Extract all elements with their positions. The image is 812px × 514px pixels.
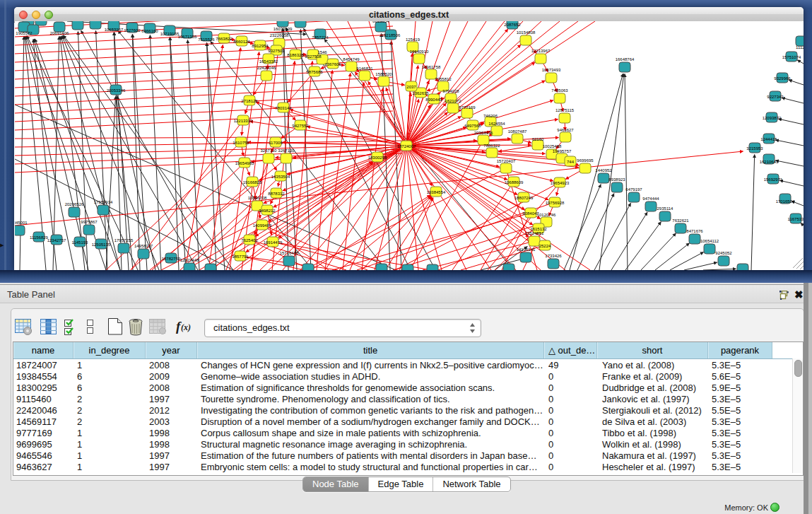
- svg-text:10025488: 10025488: [543, 144, 562, 148]
- svg-text:3267130: 3267130: [278, 148, 295, 153]
- svg-text:117006: 117006: [269, 141, 283, 145]
- svg-text:16914479: 16914479: [264, 240, 283, 245]
- svg-text:7663822: 7663822: [216, 37, 233, 41]
- svg-text:11122: 11122: [796, 45, 804, 49]
- svg-text:9777169: 9777169: [459, 105, 476, 110]
- svg-text:1845001: 1845001: [15, 221, 28, 225]
- svg-text:1615132: 1615132: [530, 227, 547, 231]
- svg-text:19495757: 19495757: [553, 149, 572, 153]
- svg-text:16648764: 16648764: [616, 57, 635, 62]
- svg-text:7803144: 7803144: [275, 106, 292, 110]
- svg-text:18807249: 18807249: [514, 196, 534, 200]
- svg-text:7857224: 7857224: [312, 35, 329, 40]
- svg-text:18300295: 18300295: [368, 156, 387, 160]
- svg-text:23226058: 23226058: [270, 33, 289, 37]
- svg-text:12505135: 12505135: [92, 243, 111, 247]
- svg-text:1621072: 1621072: [445, 99, 461, 103]
- svg-text:1624554: 1624554: [488, 122, 505, 126]
- svg-text:125419: 125419: [406, 37, 420, 42]
- svg-text:17957255: 17957255: [114, 238, 134, 243]
- svg-text:8938923: 8938923: [608, 177, 625, 182]
- svg-text:19654923: 19654923: [551, 181, 570, 185]
- svg-text:15716485: 15716485: [280, 251, 299, 255]
- svg-text:6466160: 6466160: [141, 29, 158, 33]
- svg-text:1244415: 1244415: [760, 137, 777, 141]
- svg-text:20691406: 20691406: [50, 31, 69, 35]
- svg-text:16640910: 16640910: [410, 49, 429, 54]
- svg-text:9084047: 9084047: [522, 211, 539, 216]
- svg-text:1588520: 1588520: [375, 72, 392, 76]
- svg-text:12923448: 12923448: [180, 258, 199, 262]
- svg-text:22420046: 22420046: [257, 66, 276, 70]
- svg-text:17016504: 17016504: [776, 199, 795, 204]
- svg-text:7625402: 7625402: [241, 238, 258, 243]
- svg-text:1733426: 1733426: [545, 254, 562, 258]
- svg-text:17359934: 17359934: [94, 200, 113, 204]
- svg-text:1546: 1546: [317, 50, 327, 54]
- svg-text:8186328: 8186328: [287, 53, 304, 57]
- svg-text:1167533: 1167533: [788, 217, 804, 221]
- svg-text:8878312: 8878312: [268, 192, 285, 196]
- svg-text:7485063: 7485063: [551, 88, 568, 93]
- svg-text:3215953: 3215953: [746, 146, 763, 151]
- svg-text:19654985: 19654985: [235, 161, 254, 165]
- svg-text:1527602: 1527602: [124, 28, 141, 33]
- svg-text:10961758: 10961758: [422, 65, 441, 69]
- svg-text:19218506: 19218506: [382, 33, 401, 37]
- svg-text:9699695: 9699695: [577, 158, 594, 163]
- svg-text:10154808: 10154808: [517, 30, 536, 35]
- svg-text:1145193: 1145193: [72, 240, 89, 245]
- svg-text:12975115: 12975115: [555, 108, 575, 112]
- svg-text:62160: 62160: [532, 137, 544, 141]
- svg-text:10973493: 10973493: [542, 68, 561, 72]
- svg-text:10653267: 10653267: [105, 28, 124, 32]
- svg-text:13524851: 13524851: [525, 231, 544, 235]
- svg-text:1440952: 1440952: [595, 168, 612, 173]
- svg-text:14099489: 14099489: [253, 223, 272, 228]
- svg-text:2718126: 2718126: [241, 99, 258, 103]
- svg-text:10654112: 10654112: [700, 239, 719, 243]
- svg-text:9975867: 9975867: [81, 220, 98, 224]
- svg-text:10120746: 10120746: [537, 213, 556, 217]
- svg-text:9474444: 9474444: [642, 197, 659, 201]
- svg-text:(x): (x): [181, 322, 191, 332]
- svg-text:2935114: 2935114: [657, 206, 674, 211]
- svg-text:2367606: 2367606: [324, 62, 341, 66]
- svg-text:19384554: 19384554: [427, 190, 446, 194]
- svg-text:25224: 25224: [539, 244, 551, 248]
- svg-text:9329966: 9329966: [774, 76, 791, 81]
- svg-text:9146821: 9146821: [356, 66, 373, 71]
- svg-text:11156829: 11156829: [30, 235, 48, 240]
- svg-text:10688609: 10688609: [505, 180, 524, 185]
- svg-text:10046708: 10046708: [248, 196, 267, 200]
- svg-text:9857791: 9857791: [232, 255, 249, 259]
- svg-text:7632621: 7632621: [672, 218, 689, 223]
- svg-text:19166825: 19166825: [243, 180, 262, 185]
- svg-text:9427552: 9427552: [292, 124, 309, 128]
- svg-text:18724007: 18724007: [397, 144, 416, 148]
- svg-text:10671355: 10671355: [178, 35, 197, 39]
- svg-text:3267110: 3267110: [261, 148, 278, 153]
- svg-text:5875685: 5875685: [306, 70, 323, 74]
- svg-text:9327508: 9327508: [305, 54, 322, 59]
- svg-text:9327503: 9327503: [268, 49, 285, 53]
- svg-text:7955812: 7955812: [435, 77, 452, 81]
- svg-text:8813054: 8813054: [372, 21, 389, 23]
- svg-text:15692971: 15692971: [764, 177, 783, 182]
- svg-text:9463627: 9463627: [557, 128, 574, 132]
- svg-text:19756928: 19756928: [546, 201, 565, 205]
- svg-text:15751074: 15751074: [782, 55, 801, 59]
- svg-text:1610755: 1610755: [233, 141, 249, 145]
- svg-text:1362635: 1362635: [412, 91, 429, 95]
- svg-text:14958117: 14958117: [134, 244, 153, 248]
- svg-text:16033809: 16033809: [273, 27, 293, 31]
- svg-text:20364436: 20364436: [474, 131, 493, 135]
- svg-text:12213319: 12213319: [234, 119, 253, 123]
- svg-text:9245052: 9245052: [715, 251, 732, 255]
- svg-text:12093872: 12093872: [763, 116, 782, 120]
- svg-text:14136141: 14136141: [517, 247, 536, 252]
- svg-text:2087652: 2087652: [504, 23, 521, 27]
- svg-text:7515526: 7515526: [198, 37, 215, 42]
- svg-text:3498212: 3498212: [259, 209, 276, 213]
- svg-text:20053346: 20053346: [107, 88, 126, 93]
